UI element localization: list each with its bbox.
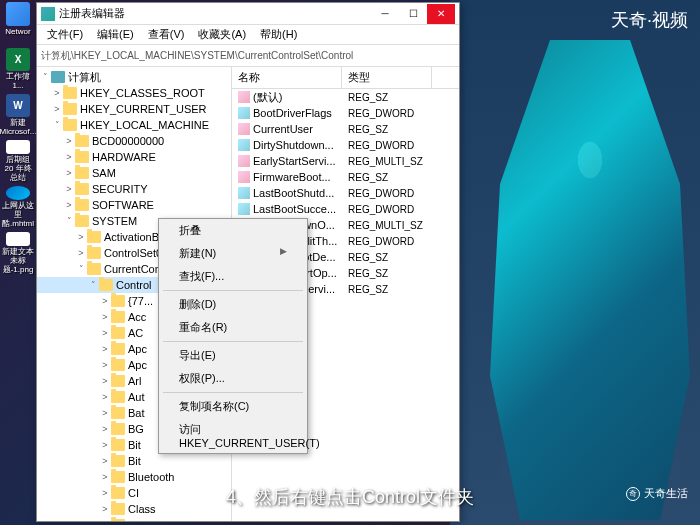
expand-icon[interactable]: > (63, 184, 75, 194)
context-menu-item[interactable]: 导出(E) (159, 344, 307, 367)
desktop-icon[interactable]: Networ (2, 2, 34, 44)
icon-image (6, 2, 30, 26)
tree-node[interactable]: >SECURITY (37, 181, 231, 197)
col-type[interactable]: 类型 (342, 67, 432, 88)
expand-icon[interactable]: ˅ (75, 264, 87, 274)
desktop-icon[interactable]: 后期组20 年终总结 (2, 140, 34, 182)
col-name[interactable]: 名称 (232, 67, 342, 88)
icon-label: 工作簿1... (2, 72, 34, 90)
desktop-icon[interactable]: X工作簿1... (2, 48, 34, 90)
list-row[interactable]: BootDriverFlagsREG_DWORD (232, 105, 459, 121)
context-menu-item[interactable]: 复制项名称(C) (159, 395, 307, 418)
folder-icon (111, 359, 125, 371)
list-row[interactable]: LastBootShutd...REG_DWORD (232, 185, 459, 201)
context-menu-item[interactable]: 权限(P)... (159, 367, 307, 390)
expand-icon[interactable]: > (99, 440, 111, 450)
expand-icon[interactable]: > (99, 504, 111, 514)
tree-node[interactable]: >HKEY_CLASSES_ROOT (37, 85, 231, 101)
value-name: DirtyShutdown... (253, 139, 334, 151)
menu-separator (163, 290, 303, 291)
expand-icon[interactable]: > (99, 488, 111, 498)
expand-icon[interactable]: > (99, 376, 111, 386)
tree-node[interactable]: >SOFTWARE (37, 197, 231, 213)
icon-image (6, 232, 30, 246)
tree-label: Bluetooth (128, 471, 174, 483)
expand-icon[interactable]: > (99, 360, 111, 370)
tree-node[interactable]: >Class (37, 501, 231, 517)
context-menu-item[interactable]: 删除(D) (159, 293, 307, 316)
context-menu-item[interactable]: 新建(N)▶ (159, 242, 307, 265)
expand-icon[interactable]: > (99, 344, 111, 354)
expand-icon[interactable]: > (51, 104, 63, 114)
value-type: REG_SZ (342, 171, 432, 184)
context-menu-item[interactable]: 访问 HKEY_CURRENT_USER(T) (159, 418, 307, 453)
expand-icon[interactable]: > (63, 200, 75, 210)
tree-node[interactable]: >HARDWARE (37, 149, 231, 165)
folder-icon (75, 183, 89, 195)
expand-icon[interactable]: > (99, 328, 111, 338)
tree-label: HARDWARE (92, 151, 156, 163)
value-type: REG_DWORD (342, 107, 432, 120)
list-row[interactable]: EarlyStartServi...REG_MULTI_SZ (232, 153, 459, 169)
minimize-button[interactable]: ─ (371, 4, 399, 24)
expand-icon[interactable]: > (99, 520, 111, 521)
expand-icon[interactable]: > (99, 296, 111, 306)
list-row[interactable]: CurrentUserREG_SZ (232, 121, 459, 137)
tree-node[interactable]: >BCD00000000 (37, 133, 231, 149)
list-row[interactable]: LastBootSucce...REG_DWORD (232, 201, 459, 217)
expand-icon[interactable]: > (99, 424, 111, 434)
expand-icon[interactable]: > (63, 136, 75, 146)
menu-item[interactable]: 查看(V) (142, 25, 191, 44)
desktop-icon[interactable]: 上网从这里 酷.mhtml (2, 186, 34, 228)
menu-item[interactable]: 收藏夹(A) (192, 25, 252, 44)
tree-label: Bat (128, 407, 145, 419)
tree-node[interactable]: >Bluetooth (37, 469, 231, 485)
tree-node[interactable]: >CI (37, 485, 231, 501)
expand-icon[interactable]: > (75, 232, 87, 242)
expand-icon[interactable]: > (51, 88, 63, 98)
expand-icon[interactable]: > (75, 248, 87, 258)
menu-item[interactable]: 帮助(H) (254, 25, 303, 44)
expand-icon[interactable]: > (99, 312, 111, 322)
expand-icon[interactable]: ˅ (51, 120, 63, 130)
expand-icon[interactable]: > (99, 408, 111, 418)
expand-icon[interactable]: > (63, 168, 75, 178)
list-row[interactable]: FirmwareBoot...REG_SZ (232, 169, 459, 185)
menu-item[interactable]: 编辑(E) (91, 25, 140, 44)
context-menu-item[interactable]: 查找(F)... (159, 265, 307, 288)
menu-item[interactable]: 文件(F) (41, 25, 89, 44)
regedit-icon (41, 7, 55, 21)
tree-node[interactable]: >SAM (37, 165, 231, 181)
expand-icon[interactable]: > (99, 472, 111, 482)
desktop-icon[interactable]: 新建文本 未标题-1.png (2, 232, 34, 274)
icon-image: X (6, 48, 30, 71)
tree-node[interactable]: >Bit (37, 453, 231, 469)
tree-node[interactable]: ˅计算机 (37, 69, 231, 85)
folder-icon (111, 423, 125, 435)
value-type-icon (238, 91, 250, 103)
folder-icon (99, 279, 113, 291)
value-type-icon (238, 187, 250, 199)
tree-node[interactable]: >CloudDomainJoin (37, 517, 231, 521)
folder-icon (111, 407, 125, 419)
address-bar[interactable]: 计算机\HKEY_LOCAL_MACHINE\SYSTEM\CurrentCon… (37, 45, 459, 67)
value-type: REG_SZ (342, 251, 432, 264)
tree-node[interactable]: >HKEY_CURRENT_USER (37, 101, 231, 117)
expand-icon[interactable]: ˅ (63, 216, 75, 226)
expand-icon[interactable]: > (63, 152, 75, 162)
tree-node[interactable]: ˅HKEY_LOCAL_MACHINE (37, 117, 231, 133)
expand-icon[interactable]: > (99, 456, 111, 466)
expand-icon[interactable]: ˅ (39, 72, 51, 82)
expand-icon[interactable]: > (99, 392, 111, 402)
context-menu-item[interactable]: 折叠 (159, 219, 307, 242)
list-row[interactable]: DirtyShutdown...REG_DWORD (232, 137, 459, 153)
close-button[interactable]: ✕ (427, 4, 455, 24)
desktop-icon[interactable]: W新建 Microsof... (2, 94, 34, 136)
value-type: REG_MULTI_SZ (342, 219, 432, 232)
context-menu-item[interactable]: 重命名(R) (159, 316, 307, 339)
maximize-button[interactable]: ☐ (399, 4, 427, 24)
watermark-top: 天奇·视频 (611, 8, 688, 32)
list-row[interactable]: (默认)REG_SZ (232, 89, 459, 105)
titlebar[interactable]: 注册表编辑器 ─ ☐ ✕ (37, 3, 459, 25)
expand-icon[interactable]: ˅ (87, 280, 99, 290)
